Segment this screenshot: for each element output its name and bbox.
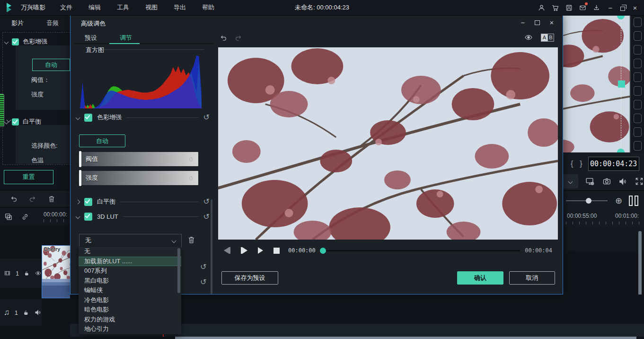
- chevron-down-icon[interactable]: [76, 214, 80, 219]
- play-button[interactable]: [258, 247, 263, 254]
- lut-option-highlighted[interactable]: 加载新的LUT ......: [79, 257, 181, 267]
- dialog-minimize-button[interactable]: −: [519, 18, 527, 27]
- display-settings-icon[interactable]: [585, 176, 595, 187]
- window-close-button[interactable]: ×: [631, 4, 639, 12]
- menu-tools[interactable]: 工具: [109, 3, 137, 12]
- mute-icon[interactable]: [618, 177, 628, 187]
- undo-icon[interactable]: [219, 34, 228, 42]
- chevron-down-icon[interactable]: [76, 115, 80, 120]
- strength-slider[interactable]: 强度 0: [79, 171, 198, 185]
- mark-in-icon[interactable]: {: [571, 160, 573, 168]
- dialog-panel-scrollbar[interactable]: [211, 199, 212, 294]
- filmstrip-hole: [634, 18, 642, 27]
- selection-handle-right[interactable]: [618, 80, 625, 88]
- account-icon[interactable]: [538, 4, 546, 12]
- reset-icon[interactable]: ↺: [203, 198, 210, 205]
- reset-button[interactable]: 重置: [4, 170, 53, 184]
- lut-option[interactable]: 地心引力: [79, 324, 181, 334]
- auto-button[interactable]: 自动: [79, 134, 125, 147]
- redo-icon[interactable]: [234, 34, 243, 42]
- timeline-ruler-right[interactable]: 00:00:55:00 00:01:00:: [563, 210, 644, 226]
- save-preset-button[interactable]: 保存为预设: [221, 271, 278, 285]
- confirm-button[interactable]: 确认: [457, 271, 503, 285]
- menu-help[interactable]: 帮助: [194, 3, 222, 12]
- dialog-close-button[interactable]: ×: [547, 18, 556, 27]
- timeline-ruler-left[interactable]: 00:00:00:: [44, 211, 70, 222]
- threshold-value: 0: [189, 156, 193, 163]
- lut-selected-value: 无: [85, 236, 91, 245]
- left-auto-button[interactable]: 自动: [32, 59, 70, 71]
- tab-adjust[interactable]: 调节: [120, 34, 132, 46]
- color-enhance-checkbox[interactable]: [84, 114, 92, 122]
- window-minimize-button[interactable]: −: [606, 4, 615, 12]
- timeline-zoom-slider[interactable]: [566, 200, 608, 201]
- tab-video[interactable]: 影片: [0, 16, 35, 30]
- save-icon[interactable]: [565, 4, 573, 12]
- chevron-down-icon[interactable]: [4, 39, 9, 44]
- menu-export[interactable]: 导出: [166, 3, 194, 12]
- reset-icon[interactable]: ↺: [200, 277, 206, 286]
- speaker-icon[interactable]: [34, 308, 42, 317]
- redo-icon[interactable]: [28, 195, 37, 203]
- horizontal-scrollbar[interactable]: [175, 337, 636, 339]
- lock-icon[interactable]: [23, 309, 29, 316]
- store-cart-icon[interactable]: [551, 4, 559, 12]
- window-restore-button[interactable]: [620, 7, 625, 11]
- menu-edit[interactable]: 编辑: [80, 3, 109, 12]
- lut-option[interactable]: 冷色电影: [79, 295, 181, 305]
- white-balance-checkbox[interactable]: [84, 198, 92, 206]
- next-frame-button[interactable]: [241, 247, 247, 254]
- stop-button[interactable]: [273, 248, 280, 254]
- reset-icon[interactable]: ↺: [203, 214, 210, 220]
- delete-icon[interactable]: [47, 195, 56, 203]
- chevron-right-icon[interactable]: [76, 199, 80, 204]
- link-icon[interactable]: [21, 213, 29, 221]
- threshold-slider[interactable]: 阀值 0: [79, 152, 198, 166]
- zoom-in-icon[interactable]: ⊕: [615, 196, 622, 206]
- tab-presets[interactable]: 预设: [85, 34, 97, 46]
- eye-icon[interactable]: [35, 269, 42, 277]
- ruler-ticks: [44, 219, 70, 222]
- cancel-button[interactable]: 取消: [509, 271, 555, 285]
- lut-option[interactable]: 黑白电影: [79, 276, 181, 286]
- lut-option[interactable]: 007系列: [79, 266, 181, 276]
- lut-option[interactable]: 无: [79, 247, 181, 257]
- seek-bar[interactable]: [320, 250, 520, 251]
- dialog-maximize-button[interactable]: [535, 20, 540, 25]
- filmstrip-hole: [634, 45, 642, 54]
- preview-toggle-eye-icon[interactable]: [524, 33, 533, 42]
- lut-option[interactable]: 暗色电影: [79, 305, 181, 315]
- menu-file[interactable]: 文件: [52, 3, 80, 12]
- add-clip-icon[interactable]: [4, 212, 13, 222]
- ab-compare-icon[interactable]: AB: [541, 34, 554, 42]
- lut-option[interactable]: 权力的游戏: [79, 315, 181, 325]
- tab-audio[interactable]: 音频: [35, 16, 70, 30]
- snapshot-icon[interactable]: [602, 177, 612, 187]
- previous-frame-button[interactable]: [224, 247, 230, 254]
- lut-delete-icon[interactable]: [187, 235, 196, 244]
- fullscreen-icon[interactable]: [635, 177, 644, 186]
- preview-video[interactable]: [563, 16, 630, 152]
- zoom-slider-knob[interactable]: [586, 198, 591, 204]
- menu-view[interactable]: 视图: [137, 3, 166, 12]
- ratio-dropdown[interactable]: [563, 174, 578, 188]
- video-track-header: 1: [0, 259, 42, 288]
- lock-icon[interactable]: [24, 270, 30, 277]
- reset-icon[interactable]: ↺: [200, 262, 206, 271]
- left-color-enhance-row: 色彩增强: [5, 37, 47, 46]
- undo-icon[interactable]: [9, 195, 18, 203]
- white-balance-checkbox[interactable]: [12, 118, 19, 125]
- dropdown-scrollbar[interactable]: [177, 248, 180, 293]
- seek-handle[interactable]: [320, 248, 326, 254]
- lut-option[interactable]: 蝙蝠侠: [79, 285, 181, 295]
- messages-icon[interactable]: [579, 4, 587, 12]
- download-icon[interactable]: [592, 4, 600, 12]
- dual-pane-icon[interactable]: [629, 196, 638, 206]
- reset-icon[interactable]: ↺: [203, 114, 210, 121]
- color-enhance-checkbox[interactable]: [12, 38, 19, 45]
- lut-dropdown[interactable]: 无: [79, 234, 182, 247]
- notification-dot: [585, 2, 588, 5]
- timecode-display[interactable]: 00:00:04:23: [588, 157, 639, 171]
- mark-out-icon[interactable]: }: [580, 160, 582, 168]
- lut-checkbox[interactable]: [84, 213, 92, 221]
